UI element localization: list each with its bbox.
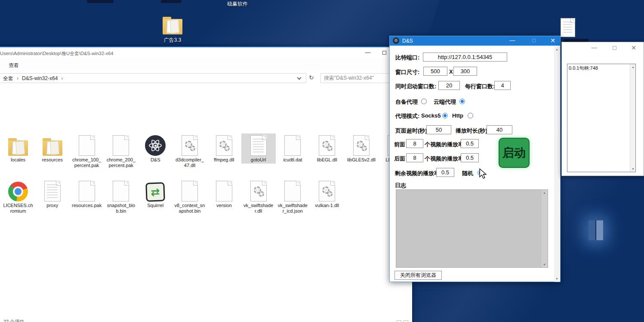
- explorer-maximize-button[interactable]: [378, 48, 391, 58]
- chevron-down-icon[interactable]: [297, 76, 302, 80]
- file-item[interactable]: ⇄Squirrel: [138, 179, 173, 209]
- breadcrumb-item[interactable]: 全套: [3, 75, 13, 81]
- file-icon: [284, 181, 301, 201]
- scroll-up-icon[interactable]: ▲: [630, 65, 636, 68]
- desktop-icon-label[interactable]: 稳赢软件: [212, 0, 263, 8]
- file-item[interactable]: vulkan-1.dll: [310, 179, 344, 209]
- listbox-scrollbar[interactable]: ▲ ▼: [630, 64, 635, 172]
- scroll-up-icon[interactable]: ▲: [542, 191, 547, 194]
- breadcrumb-chevron: ›: [58, 75, 66, 81]
- file-item[interactable]: icudtl.dat: [275, 133, 310, 164]
- socks5-radio[interactable]: [442, 113, 448, 118]
- file-item[interactable]: vk_swiftshader_icd.json: [275, 179, 310, 215]
- file-item[interactable]: version: [207, 179, 241, 209]
- close-all-browsers-button[interactable]: 关闭所有浏览器: [394, 271, 442, 280]
- view-details-icon[interactable]: [397, 320, 401, 322]
- front-rate-label: 个视频的播放率:: [425, 141, 465, 149]
- file-item[interactable]: resources: [35, 133, 70, 164]
- window-height-input[interactable]: [453, 67, 477, 76]
- breadcrumb-item[interactable]: D&S-win32-x64: [22, 75, 58, 81]
- file-item[interactable]: gotoUrl: [241, 133, 276, 164]
- own-proxy-label: 自备代理: [395, 98, 418, 106]
- file-item[interactable]: d3dcompiler_47.dll: [173, 133, 207, 169]
- concurrent-windows-input[interactable]: [438, 81, 460, 90]
- file-item[interactable]: libGLESv2.dll: [344, 133, 379, 164]
- own-proxy-radio[interactable]: [421, 99, 427, 104]
- file-item[interactable]: resources.pak: [70, 179, 104, 209]
- file-icon: [182, 181, 198, 201]
- handle-listbox[interactable]: 0.0.1句柄:748 ▲ ▼: [567, 64, 636, 172]
- file-item[interactable]: proxy: [35, 179, 70, 209]
- dialog-minimize-button[interactable]: —: [505, 36, 520, 46]
- file-list-area[interactable]: localesresourceschrome_100_percent.pakch…: [0, 84, 412, 322]
- desktop-icon-label-fragment: [161, 0, 182, 3]
- front-count-input[interactable]: [406, 139, 423, 148]
- status-bar-item-count: 22 个项目: [3, 319, 24, 322]
- scroll-down-icon[interactable]: ▼: [542, 263, 547, 266]
- rest-rate-label: 剩余视频的播放率: [395, 170, 440, 177]
- window-width-input[interactable]: [423, 67, 447, 76]
- rest-rate-input[interactable]: [436, 168, 454, 177]
- refresh-icon[interactable]: ↻: [309, 74, 314, 81]
- file-item[interactable]: D&S: [138, 133, 173, 164]
- dialog-maximize-button[interactable]: [527, 36, 541, 46]
- per-row-label: 每行窗口数:: [465, 83, 495, 90]
- front-rate-input[interactable]: [461, 139, 479, 148]
- dialog-close-button[interactable]: ✕: [545, 36, 560, 46]
- rightwin-maximize-button[interactable]: [607, 43, 622, 53]
- page-timeout-input[interactable]: [426, 125, 451, 134]
- start-button[interactable]: 启动: [499, 138, 530, 168]
- desktop-folder-icon[interactable]: [163, 19, 182, 34]
- rightwin-minimize-button[interactable]: —: [587, 43, 601, 53]
- socks5-label: Socks5: [421, 112, 441, 119]
- file-item[interactable]: chrome_200_percent.pak: [104, 133, 138, 169]
- cloud-proxy-radio[interactable]: [459, 99, 465, 104]
- file-item[interactable]: chrome_100_percent.pak: [70, 133, 104, 169]
- play-duration-input[interactable]: [487, 125, 512, 134]
- view-thumbnails-icon[interactable]: [404, 320, 408, 322]
- log-textarea[interactable]: ▲ ▼: [396, 189, 548, 268]
- port-label: 比特端口:: [395, 54, 419, 62]
- play-duration-label: 播放时长(秒):: [456, 127, 489, 135]
- file-item[interactable]: snapshot_blob.bin: [104, 179, 138, 215]
- dll-file-icon: [250, 181, 267, 201]
- wallpaper-window-logo: [589, 220, 603, 240]
- file-item[interactable]: v8_context_snapshot.bin: [173, 179, 207, 215]
- explorer-minimize-button[interactable]: —: [361, 48, 374, 58]
- file-label: D&S: [138, 157, 173, 164]
- page-timeout-label: 页面超时(秒):: [395, 127, 429, 135]
- desktop-folder-label[interactable]: 广告3.3: [157, 37, 188, 44]
- file-label: snapshot_blob.bin: [104, 202, 138, 215]
- address-bar[interactable]: 全套›D&S-win32-x64›: [0, 73, 306, 83]
- scroll-down-icon[interactable]: ▼: [630, 167, 636, 170]
- file-label: proxy: [35, 202, 70, 209]
- desktop-document-icon[interactable]: [561, 18, 575, 37]
- rightwin-close-button[interactable]: ✕: [626, 43, 641, 53]
- log-scrollbar[interactable]: ▲ ▼: [542, 190, 548, 267]
- electron-app-icon: [145, 135, 166, 156]
- dialog-titlebar[interactable]: ⚙ D&S — ✕: [390, 36, 560, 46]
- dialog-scrollbar[interactable]: ▲ ▼: [554, 46, 560, 282]
- back-count-input[interactable]: [406, 153, 423, 162]
- file-item[interactable]: ffmpeg.dll: [207, 133, 241, 164]
- file-icon: [113, 135, 129, 156]
- file-item[interactable]: locales: [1, 133, 35, 164]
- back-rate-input[interactable]: [461, 153, 479, 162]
- size-separator: X: [449, 68, 453, 75]
- scroll-up-icon[interactable]: ▲: [554, 48, 560, 51]
- http-radio[interactable]: [468, 113, 473, 118]
- explorer-titlebar[interactable]: Users\Administrator\Desktop\撸U全套\D&S-win…: [0, 47, 412, 59]
- tab-view[interactable]: 查看: [9, 62, 19, 69]
- text-file-icon: [250, 135, 267, 156]
- file-icon: [79, 181, 95, 201]
- scroll-down-icon[interactable]: ▼: [554, 277, 560, 280]
- port-input[interactable]: [423, 53, 507, 62]
- file-item[interactable]: LICENSES.chromium: [1, 179, 35, 215]
- back-label: 后面: [394, 155, 405, 163]
- folder-icon: [43, 140, 62, 156]
- per-row-input[interactable]: [494, 81, 511, 90]
- text-file-icon: [44, 181, 61, 201]
- file-item[interactable]: vk_swiftshader.dll: [241, 179, 276, 215]
- file-label: d3dcompiler_47.dll: [173, 157, 207, 169]
- file-item[interactable]: libEGL.dll: [310, 133, 344, 164]
